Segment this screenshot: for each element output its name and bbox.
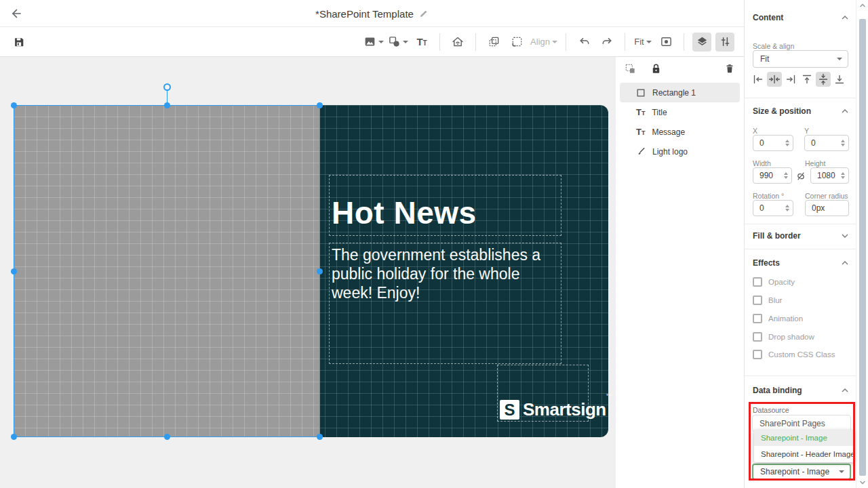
- section-header-data-binding[interactable]: Data binding: [753, 386, 848, 395]
- lock-button[interactable]: [648, 61, 663, 76]
- section-header-effects[interactable]: Effects: [753, 258, 848, 268]
- section-header-content[interactable]: Content: [753, 13, 848, 22]
- insert-image-button[interactable]: [363, 33, 384, 52]
- scroll-up-arrow[interactable]: [859, 3, 866, 9]
- main-toolbar: TT: [0, 27, 744, 57]
- group-button[interactable]: [623, 61, 637, 76]
- toggle-properties-panel-button[interactable]: [715, 33, 734, 52]
- top-bar: *SharePoint Template: [0, 0, 744, 27]
- toggle-layers-panel-button[interactable]: [692, 33, 711, 52]
- smartsign-logo-mark: S: [500, 400, 519, 420]
- height-stepper[interactable]: [841, 172, 845, 179]
- toolbar-divider: [684, 33, 684, 51]
- smartsign-logo-text: Smartsign™: [523, 399, 611, 420]
- x-input[interactable]: 0: [753, 135, 793, 151]
- zoom-fit-dropdown[interactable]: Fit: [633, 33, 652, 52]
- rotation-input[interactable]: 0: [753, 200, 793, 216]
- app-root: *SharePoint Template: [0, 0, 868, 488]
- rectangle-1-element[interactable]: [14, 105, 320, 437]
- message-element-bounds[interactable]: The government establishes a public holi…: [329, 243, 561, 364]
- duplicate-button[interactable]: [484, 33, 503, 52]
- align-dropdown[interactable]: Align: [530, 33, 557, 52]
- resize-handle-sw[interactable]: [11, 434, 17, 440]
- undo-icon: [578, 35, 591, 48]
- logo-element-bounds[interactable]: S Smartsign™: [497, 365, 589, 422]
- align-right-button[interactable]: [783, 72, 798, 87]
- layer-item-rectangle-1[interactable]: Rectangle 1: [620, 83, 740, 102]
- marquee-select-button[interactable]: [507, 33, 526, 52]
- dropdown-option-sharepoint-header-image[interactable]: Sharepoint - Header Image: [754, 446, 854, 462]
- checkbox-icon: [753, 314, 762, 323]
- binding-field-select[interactable]: Sharepoint - Image: [752, 464, 851, 480]
- align-center-horizontal-button[interactable]: [767, 72, 782, 87]
- save-button[interactable]: [9, 33, 28, 52]
- width-input[interactable]: 990: [753, 167, 792, 184]
- y-value: 0: [811, 138, 841, 148]
- sliders-icon: [719, 35, 732, 48]
- rotation-stepper[interactable]: [785, 205, 789, 211]
- effects-animation-checkbox[interactable]: Animation: [753, 314, 803, 323]
- title-element-bounds[interactable]: Hot News: [329, 175, 561, 236]
- preview-button[interactable]: [656, 33, 675, 52]
- section-title: Fill & border: [753, 231, 801, 241]
- width-stepper[interactable]: [784, 172, 788, 179]
- resize-handle-n[interactable]: [164, 102, 170, 108]
- artboard[interactable]: Hot News The government establishes a pu…: [14, 105, 608, 437]
- section-header-fill-border[interactable]: Fill & border: [753, 231, 848, 241]
- scale-align-label: Scale & align: [753, 42, 794, 50]
- resize-handle-se[interactable]: [317, 434, 323, 440]
- resize-handle-ne[interactable]: [317, 102, 323, 108]
- chevron-down-icon: [837, 58, 842, 60]
- y-stepper[interactable]: [841, 140, 845, 146]
- section-divider: [745, 224, 856, 224]
- rectangle-icon: [636, 88, 646, 98]
- layer-item-message[interactable]: TT Message: [620, 122, 740, 142]
- align-buttons-row: [751, 72, 847, 87]
- checkbox-icon: [753, 277, 762, 287]
- effects-opacity-checkbox[interactable]: Opacity: [753, 277, 795, 287]
- panel-scrollbar[interactable]: [856, 0, 868, 488]
- group-icon: [625, 63, 636, 75]
- effects-drop-shadow-checkbox[interactable]: Drop shadow: [753, 332, 814, 342]
- effects-blur-checkbox[interactable]: Blur: [753, 296, 782, 305]
- insert-shape-button[interactable]: [388, 33, 408, 52]
- height-label: Height: [805, 159, 825, 167]
- resize-handle-e[interactable]: [317, 268, 323, 274]
- resize-handle-w[interactable]: [11, 268, 17, 274]
- canvas-title-text: Hot News: [332, 195, 561, 231]
- section-title: Size & position: [753, 106, 811, 116]
- canvas-workspace[interactable]: Hot News The government establishes a pu…: [0, 57, 616, 488]
- undo-button[interactable]: [574, 33, 593, 52]
- x-stepper[interactable]: [785, 140, 789, 146]
- y-input[interactable]: 0: [804, 135, 849, 151]
- link-dimensions-button[interactable]: [793, 169, 808, 184]
- scroll-down-arrow[interactable]: [859, 480, 866, 487]
- back-button[interactable]: [9, 6, 24, 21]
- layer-label: Light logo: [652, 147, 688, 157]
- height-input[interactable]: 1080: [810, 167, 849, 184]
- edit-title-icon[interactable]: [419, 9, 429, 18]
- align-top-button[interactable]: [800, 72, 814, 87]
- insert-text-button[interactable]: TT: [412, 33, 431, 52]
- corner-radius-input[interactable]: 0px: [805, 200, 849, 216]
- rotation-handle[interactable]: [163, 83, 171, 91]
- section-header-size-position[interactable]: Size & position: [753, 106, 848, 116]
- scrollbar-thumb[interactable]: [859, 19, 866, 476]
- resize-handle-nw[interactable]: [11, 102, 17, 108]
- align-bottom-button[interactable]: [832, 72, 847, 87]
- dropdown-option-sharepoint-image[interactable]: Sharepoint - Image: [754, 430, 854, 446]
- align-label: Align: [530, 37, 550, 47]
- effects-custom-css-checkbox[interactable]: Custom CSS Class: [753, 350, 835, 359]
- layer-item-light-logo[interactable]: Light logo: [620, 142, 740, 161]
- section-divider: [745, 98, 856, 98]
- align-center-vertical-button[interactable]: [816, 72, 831, 87]
- layers-panel-header: [616, 60, 744, 77]
- checkbox-label: Drop shadow: [768, 333, 814, 341]
- resize-handle-s[interactable]: [164, 434, 170, 440]
- redo-button[interactable]: [597, 33, 616, 52]
- layer-item-title[interactable]: TT Title: [620, 102, 740, 122]
- insert-widget-button[interactable]: [448, 33, 467, 52]
- scale-mode-select[interactable]: Fit: [753, 50, 848, 68]
- align-left-button[interactable]: [751, 72, 766, 87]
- delete-layer-button[interactable]: [722, 61, 737, 76]
